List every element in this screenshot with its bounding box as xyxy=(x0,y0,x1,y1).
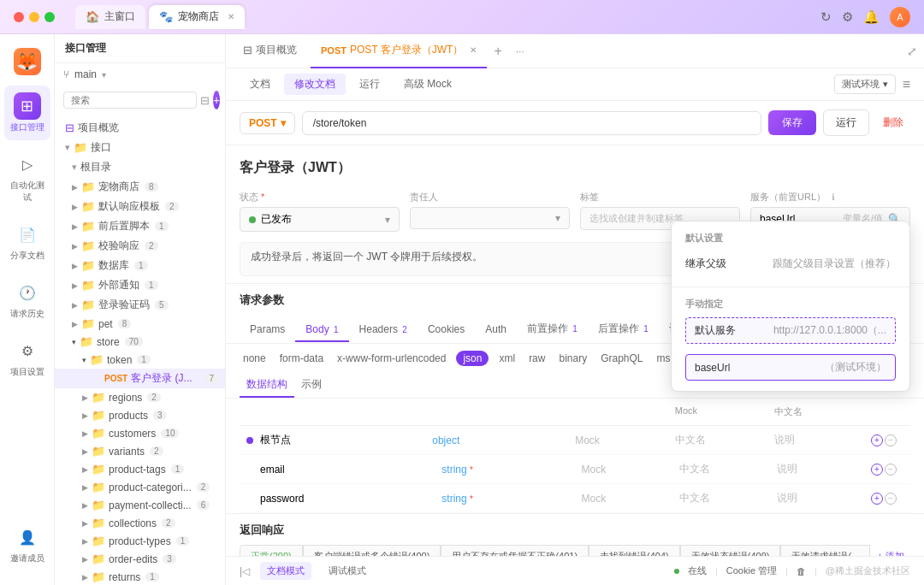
tree-item-overview[interactable]: ⊟ 项目概览 xyxy=(55,118,225,138)
tree-item-database[interactable]: ▶ 📁 数据库 1 xyxy=(55,256,225,275)
collapse-icon[interactable]: ⤢ xyxy=(907,44,917,58)
sidebar-item-api[interactable]: ⊞ 接口管理 xyxy=(4,86,50,140)
trash-icon[interactable]: 🗑 xyxy=(797,566,806,576)
tree-item-pre-script[interactable]: ▶ 📁 前后置脚本 1 xyxy=(55,216,225,236)
tree-item-default-template[interactable]: ▶ 📁 默认响应模板 2 xyxy=(55,197,225,216)
run-button[interactable]: 运行 xyxy=(823,109,869,136)
param-tab-cookies[interactable]: Cookies xyxy=(418,318,475,342)
tree-item-root-dir[interactable]: ▾ 根目录 xyxy=(55,157,225,177)
tree-item-customers-count: 10 xyxy=(161,428,179,438)
sidebar-item-invite[interactable]: 👤 邀请成员 xyxy=(4,517,50,571)
tree-item-post-login[interactable]: POST 客户登录 (J... 7 xyxy=(55,369,225,388)
tree-item-order-edits[interactable]: ▶ 📁 order-edits 3 xyxy=(55,550,225,568)
tree-item-product-tags[interactable]: ▶ 📁 product-tags 1 xyxy=(55,460,225,478)
tree-item-collections[interactable]: ▶ 📁 collections 2 xyxy=(55,514,225,532)
api-tab-run[interactable]: 运行 xyxy=(349,74,390,95)
menu-icon[interactable]: ≡ xyxy=(903,77,910,92)
body-subtab-data-structure[interactable]: 数据结构 xyxy=(240,373,294,398)
tree-item-variants[interactable]: ▶ 📁 variants 2 xyxy=(55,442,225,460)
more-tabs-icon[interactable]: ··· xyxy=(509,45,531,57)
param-tab-post-action[interactable]: 后置操作 1 xyxy=(588,316,659,343)
delete-button[interactable]: 删除 xyxy=(876,110,910,135)
tree-item-login-code[interactable]: ▶ 📁 登录验证码 5 xyxy=(55,295,225,315)
sidebar-item-history[interactable]: 🕐 请求历史 xyxy=(4,272,50,327)
body-type-json[interactable]: json xyxy=(456,351,489,366)
response-tab-400[interactable]: 客户端错误或多个错误(400) xyxy=(303,545,441,556)
sidebar-item-share[interactable]: 📄 分享文档 xyxy=(4,214,50,269)
param-tab-auth[interactable]: Auth xyxy=(475,318,517,342)
sidebar-item-autotest[interactable]: ▷ 自动化测试 xyxy=(4,144,50,210)
filter-icon[interactable]: ⊟ xyxy=(200,94,210,107)
url-input[interactable] xyxy=(302,111,761,135)
body-type-none[interactable]: none xyxy=(240,351,270,366)
tree-add-button[interactable]: + xyxy=(213,91,220,109)
tree-item-validate-resp[interactable]: ▶ 📁 校验响应 2 xyxy=(55,236,225,256)
tree-item-customers[interactable]: ▶ 📁 customers 10 xyxy=(55,424,225,442)
close-button[interactable] xyxy=(14,12,24,22)
body-type-graphql[interactable]: GraphQL xyxy=(597,351,646,366)
row-root-remove-button[interactable]: − xyxy=(885,434,897,446)
param-tab-body[interactable]: Body 1 xyxy=(295,318,348,342)
api-tab-edit-doc[interactable]: 修改文档 xyxy=(284,74,346,95)
avatar[interactable]: A xyxy=(890,7,910,27)
response-tab-404[interactable]: 未找到错误(404) xyxy=(589,545,680,556)
bottom-tab-doc-mode[interactable]: 文档模式 xyxy=(260,562,311,580)
titlebar-tab-home[interactable]: 🏠 主窗口 xyxy=(75,5,145,29)
row-email-add-button[interactable]: + xyxy=(871,464,883,476)
tree-item-external-notify[interactable]: ▶ 📁 外部通知 1 xyxy=(55,275,225,295)
tree-item-store[interactable]: ▾ 📁 store 70 xyxy=(55,333,225,351)
body-subtab-example[interactable]: 示例 xyxy=(294,373,329,398)
api-tab-doc[interactable]: 文档 xyxy=(240,74,281,95)
add-response-button[interactable]: + 添加 xyxy=(870,546,910,556)
response-tab-200[interactable]: 正常(200) xyxy=(240,545,303,556)
content-tab-api-login[interactable]: POST POST 客户登录（JWT） ✕ xyxy=(311,34,487,68)
bell-icon[interactable]: 🔔 xyxy=(863,9,880,25)
body-type-x-www[interactable]: x-www-form-urlencoded xyxy=(334,351,449,366)
save-button[interactable]: 保存 xyxy=(768,110,816,135)
tree-item-product-categories[interactable]: ▶ 📁 product-categori... 2 xyxy=(55,478,225,496)
response-tab-422[interactable]: 无效请求错误(... xyxy=(780,545,870,556)
tree-item-token[interactable]: ▾ 📁 token 1 xyxy=(55,351,225,369)
response-tab-401[interactable]: 用户不存在或凭据不正确(401) xyxy=(441,545,589,556)
tree-item-payment-collections[interactable]: ▶ 📁 payment-collecti... 6 xyxy=(55,496,225,514)
body-type-raw[interactable]: raw xyxy=(525,351,548,366)
row-password-add-button[interactable]: + xyxy=(871,493,883,505)
tab-close-icon[interactable]: ✕ xyxy=(228,12,234,21)
body-type-form-data[interactable]: form-data xyxy=(276,351,327,366)
row-email-remove-button[interactable]: − xyxy=(885,464,897,476)
popup-baseurl-row[interactable]: baseUrl （测试环境） xyxy=(685,354,896,381)
settings-icon[interactable]: ⚙ xyxy=(842,9,853,25)
tree-item-pet-shop[interactable]: ▶ 📁 宠物商店 8 xyxy=(55,177,225,197)
minimize-button[interactable] xyxy=(29,12,39,22)
tree-item-pet[interactable]: ▶ 📁 pet 8 xyxy=(55,315,225,333)
tree-item-api-root[interactable]: ▾ 📁 接口 xyxy=(55,138,225,157)
add-tab-button[interactable]: + xyxy=(487,44,508,59)
response-tab-409[interactable]: 无效状态错误(409) xyxy=(680,545,781,556)
param-tab-headers[interactable]: Headers 2 xyxy=(349,318,418,342)
body-type-binary[interactable]: binary xyxy=(555,351,590,366)
row-password-remove-button[interactable]: − xyxy=(885,493,897,505)
env-badge[interactable]: 测试环境 ▾ xyxy=(834,74,896,94)
param-tab-pre-action[interactable]: 前置操作 1 xyxy=(517,316,588,343)
tree-item-regions[interactable]: ▶ 📁 regions 2 xyxy=(55,388,225,406)
bottom-tab-debug-mode[interactable]: 调试模式 xyxy=(322,562,373,580)
tree-item-product-types[interactable]: ▶ 📁 product-types 1 xyxy=(55,532,225,550)
popup-service-row[interactable]: 默认服务 http://127.0.0.1:8000（... xyxy=(685,317,896,344)
method-select[interactable]: POST ▾ xyxy=(240,112,295,134)
tab-close-api-icon[interactable]: ✕ xyxy=(470,45,477,55)
tree-item-products[interactable]: ▶ 📁 products 3 xyxy=(55,406,225,424)
tree-search-input[interactable] xyxy=(63,92,197,109)
api-tab-advanced-mock[interactable]: 高级 Mock xyxy=(394,74,462,95)
content-tab-overview[interactable]: ⊟ 项目概览 xyxy=(233,34,307,68)
tree-item-returns[interactable]: ▶ 📁 returns 1 xyxy=(55,568,225,585)
sidebar-item-settings[interactable]: ⚙ 项目设置 xyxy=(4,330,50,385)
maximize-button[interactable] xyxy=(44,12,55,22)
param-tab-params[interactable]: Params xyxy=(240,318,295,342)
refresh-icon[interactable]: ↻ xyxy=(820,9,832,25)
meta-assignee-value[interactable]: ▾ xyxy=(410,207,570,229)
cookie-manage-button[interactable]: Cookie 管理 xyxy=(726,564,777,577)
meta-status-value[interactable]: 已发布 ▾ xyxy=(240,207,400,232)
titlebar-tab-shop[interactable]: 🐾 宠物商店 ✕ xyxy=(149,5,245,29)
row-root-add-button[interactable]: + xyxy=(871,434,883,446)
body-type-xml[interactable]: xml xyxy=(495,351,518,366)
